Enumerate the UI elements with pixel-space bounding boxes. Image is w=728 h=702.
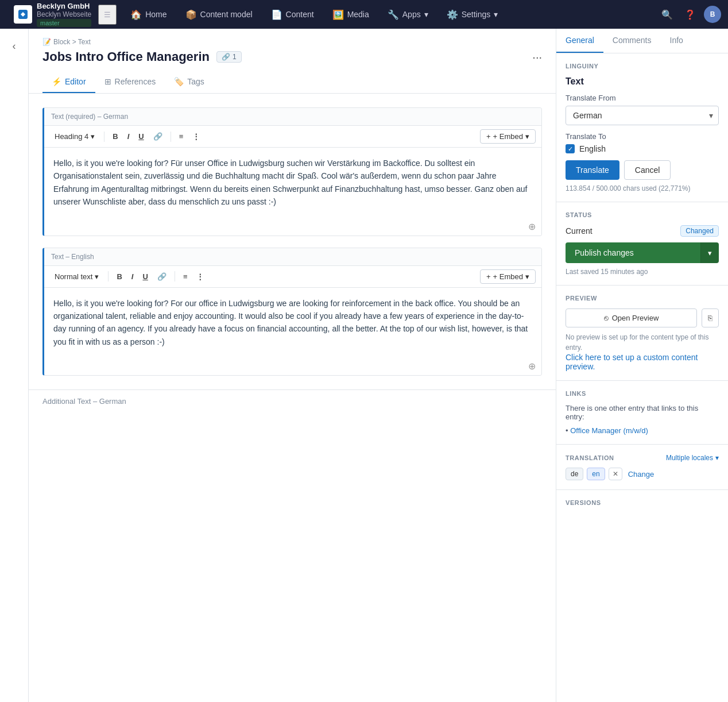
translate-from-select[interactable]: German	[566, 106, 719, 125]
translate-to-label: Translate To	[566, 132, 719, 141]
references-tab-icon: ⊞	[104, 77, 111, 86]
translate-to-lang: English	[579, 144, 606, 153]
bullet-list-button-german[interactable]: ≡	[176, 130, 187, 143]
translate-from-group: Translate From German	[566, 94, 719, 125]
linguiny-section-label: LINGUINY	[566, 63, 719, 70]
heading-dropdown-english[interactable]: Normal text ▾	[50, 270, 103, 283]
separator3	[108, 271, 109, 281]
locales-dropdown[interactable]: Multiple locales ▾	[666, 454, 719, 462]
chars-used: 113.854 / 500.000 chars used (22,771%)	[566, 184, 719, 192]
linked-entry-office-manager[interactable]: Office Manager (m/w/d)	[570, 426, 648, 435]
italic-button-english[interactable]: I	[128, 270, 137, 283]
setup-preview-link[interactable]: Click here to set up a custom content pr…	[566, 353, 698, 371]
back-button[interactable]: ‹	[10, 38, 18, 55]
german-text-content[interactable]: Hello, is it you we're looking for? Für …	[44, 148, 541, 218]
breadcrumb: 📝 Block > Text	[42, 38, 542, 46]
more-options-button[interactable]: ···	[532, 51, 542, 64]
right-tab-general[interactable]: General	[556, 29, 603, 53]
translate-to-group: Translate To English	[566, 132, 719, 153]
preview-note: No preview is set up for the content typ…	[566, 332, 719, 353]
right-tabs: General Comments Info	[556, 29, 728, 53]
bullet-list-button-english[interactable]: ≡	[180, 270, 191, 283]
translate-button[interactable]: Translate	[566, 160, 619, 180]
underline-button-german[interactable]: U	[135, 130, 147, 143]
bold-button-german[interactable]: B	[109, 130, 121, 143]
current-label: Current	[566, 226, 593, 236]
bold-button-english[interactable]: B	[113, 270, 125, 283]
nav-link-settings[interactable]: ⚙️Settings ▾	[437, 0, 508, 29]
apps-icon: 🔧	[388, 9, 399, 20]
heading-dropdown-german[interactable]: Heading 4 ▾	[50, 130, 99, 143]
content-icon: 📄	[271, 9, 282, 20]
embed-button-english[interactable]: + + Embed ▾	[480, 269, 536, 284]
links-section: LINKS There is one other entry that link…	[556, 381, 728, 445]
user-avatar[interactable]: B	[704, 6, 721, 23]
links-text: There is one other entry that links to t…	[566, 404, 719, 421]
hamburger-menu-button[interactable]: ☰	[98, 5, 117, 25]
translation-header: TRANSLATION Multiple locales ▾	[566, 454, 719, 462]
links-list: • Office Manager (m/w/d)	[566, 426, 719, 435]
publish-dropdown-button[interactable]: ▾	[700, 242, 719, 263]
italic-button-german[interactable]: I	[124, 130, 133, 143]
link-icon: 🔗	[222, 53, 230, 61]
cancel-translate-button[interactable]: Cancel	[624, 160, 671, 180]
link-button-german[interactable]: 🔗	[150, 130, 166, 143]
right-tab-comments[interactable]: Comments	[603, 29, 661, 53]
right-panel: General Comments Info LINGUINY Text Tran…	[556, 29, 728, 702]
link-badge[interactable]: 🔗 1	[216, 51, 242, 63]
toolbar-english: Normal text ▾ B I U 🔗 ≡ ⋮ + + Embed ▾	[44, 266, 541, 288]
copy-icon: ⎘	[708, 314, 712, 322]
open-preview-button[interactable]: ⎋ Open Preview	[566, 308, 697, 327]
underline-button-english[interactable]: U	[139, 270, 151, 283]
locale-tag-en[interactable]: en	[587, 468, 605, 480]
org-text: Becklyn GmbH Becklyn Webseite master	[37, 2, 91, 27]
embed-button-german[interactable]: + + Embed ▾	[480, 129, 536, 144]
field-block-english: Text – English Normal text ▾ B I U 🔗 ≡ ⋮…	[42, 248, 542, 376]
english-text-content[interactable]: Hello, is it you we're looking for? For …	[44, 288, 541, 358]
english-checkbox[interactable]	[566, 144, 575, 153]
plus-icon2: +	[486, 272, 491, 281]
nav-link-media[interactable]: 🖼️Media	[323, 0, 378, 29]
entry-title: Jobs Intro Office Managerin	[42, 49, 210, 64]
nav-link-content-model[interactable]: 📦Content model	[176, 0, 262, 29]
translation-section: TRANSLATION Multiple locales ▾ de en ✕ C…	[556, 445, 728, 490]
org-branch: master	[37, 19, 91, 27]
nav-link-home[interactable]: 🏠Home	[121, 0, 176, 29]
top-nav: Becklyn GmbH Becklyn Webseite master ☰ 🏠…	[0, 0, 728, 29]
linguiny-title: Text	[566, 76, 719, 87]
tab-tags[interactable]: 🏷️ Tags	[165, 71, 214, 93]
tab-references[interactable]: ⊞ References	[95, 71, 165, 93]
help-button[interactable]: ❓	[681, 6, 699, 24]
nav-link-apps[interactable]: 🔧Apps ▾	[378, 0, 437, 29]
settings-icon: ⚙️	[447, 9, 458, 20]
translate-btn-row: Translate Cancel	[566, 160, 719, 180]
link-button-english[interactable]: 🔗	[154, 270, 170, 283]
separator2	[171, 132, 171, 142]
publish-changes-button[interactable]: Publish changes	[566, 242, 700, 263]
home-icon: 🏠	[130, 9, 142, 20]
translation-section-label: TRANSLATION	[566, 454, 614, 461]
tags-tab-icon: 🏷️	[174, 77, 184, 86]
locale-tag-de[interactable]: de	[566, 468, 583, 480]
status-section-label: STATUS	[566, 211, 719, 218]
field-footer-german: ⊕	[44, 218, 541, 236]
field-block-german: Text (required) – German Heading 4 ▾ B I…	[42, 107, 542, 236]
search-button[interactable]: 🔍	[658, 6, 676, 24]
tab-editor[interactable]: ⚡ Editor	[42, 71, 95, 93]
translate-from-wrapper: German	[566, 106, 719, 125]
field-footer-english: ⊕	[44, 357, 541, 375]
numbered-list-button-english[interactable]: ⋮	[193, 270, 207, 283]
status-section: STATUS Current Changed Publish changes ▾…	[556, 202, 728, 286]
translate-from-label: Translate From	[566, 94, 719, 102]
changed-badge: Changed	[680, 225, 719, 237]
media-icon: 🖼️	[332, 9, 344, 20]
right-tab-info[interactable]: Info	[661, 29, 692, 53]
entry-title-row: Jobs Intro Office Managerin 🔗 1 ···	[42, 49, 542, 64]
copy-preview-button[interactable]: ⎘	[702, 308, 719, 327]
locale-close-button[interactable]: ✕	[609, 468, 622, 480]
nav-link-content[interactable]: 📄Content	[262, 0, 323, 29]
left-sidebar: ‹	[0, 29, 29, 702]
preview-section-label: PREVIEW	[566, 295, 719, 302]
change-locale-link[interactable]: Change	[628, 470, 655, 479]
numbered-list-button-german[interactable]: ⋮	[189, 130, 203, 143]
